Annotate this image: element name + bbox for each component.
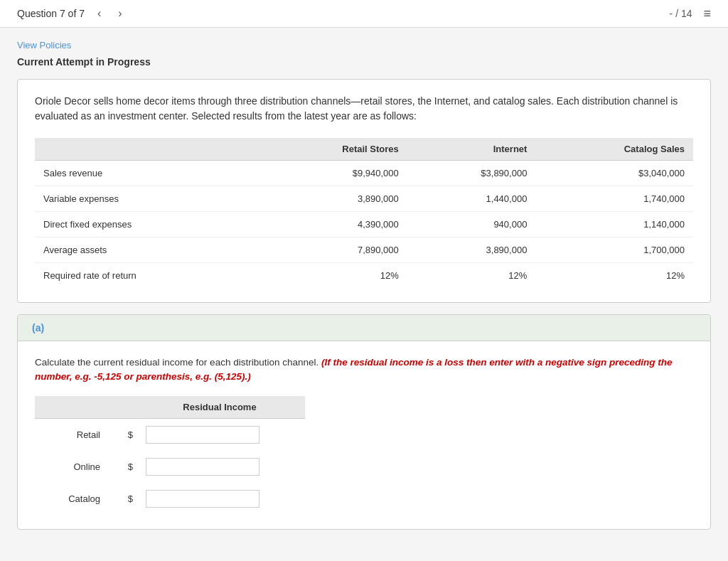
prev-button[interactable]: ‹ [93,6,105,21]
residual-row: Catalog $ [35,483,305,515]
row-retail: 12% [258,263,407,289]
page-count: - / 14 [670,8,692,19]
instruction-plain: Calculate the current residual income fo… [35,357,318,368]
residual-col-header [106,396,134,419]
header-left: Question 7 of 7 ‹ › [17,6,127,21]
page-content: View Policies Current Attempt in Progres… [0,28,728,552]
row-catalog: 1,740,000 [535,186,693,212]
data-table: Retail Stores Internet Catalog Sales Sal… [35,138,693,288]
residual-row: Online $ [35,451,305,483]
table-row: Variable expenses 3,890,000 1,440,000 1,… [35,186,693,212]
view-policies-link[interactable]: View Policies [17,40,71,50]
row-retail: 4,390,000 [258,212,407,237]
col-header-retail: Retail Stores [258,138,407,161]
row-internet: 3,890,000 [407,237,536,263]
section-a-box: (a) Calculate the current residual incom… [17,314,711,530]
current-attempt-label: Current Attempt in Progress [17,56,711,68]
residual-input[interactable] [146,490,259,508]
menu-icon[interactable]: ≡ [703,6,711,21]
residual-input-cell [134,418,305,451]
row-internet: 940,000 [407,212,536,237]
row-catalog: $3,040,000 [535,161,693,186]
residual-col-label [35,396,106,419]
row-retail: 7,890,000 [258,237,407,263]
row-label: Direct fixed expenses [35,212,258,237]
section-a-label: (a) [32,322,44,333]
row-catalog: 12% [535,263,693,289]
row-label: Sales revenue [35,161,258,186]
row-internet: $3,890,000 [407,161,536,186]
row-internet: 1,440,000 [407,186,536,212]
residual-input[interactable] [146,458,259,476]
page-header: Question 7 of 7 ‹ › - / 14 ≡ [0,0,728,28]
residual-row-label: Catalog [35,483,106,515]
section-a-body: Calculate the current residual income fo… [18,341,710,529]
table-row: Direct fixed expenses 4,390,000 940,000 … [35,212,693,237]
row-label: Required rate of return [35,263,258,289]
col-header-catalog: Catalog Sales [535,138,693,161]
residual-input[interactable] [146,426,259,444]
residual-row: Retail $ [35,418,305,451]
col-header-label [35,138,258,161]
row-catalog: 1,700,000 [535,237,693,263]
residual-row-label: Online [35,451,106,483]
row-retail: $9,940,000 [258,161,407,186]
row-label: Variable expenses [35,186,258,212]
col-header-internet: Internet [407,138,536,161]
residual-dollar-sign: $ [106,451,134,483]
residual-table: Residual Income Retail $ Online $ Catalo… [35,396,305,515]
question-box: Oriole Decor sells home decor items thro… [17,79,711,303]
residual-dollar-sign: $ [106,483,134,515]
residual-header-row: Residual Income [35,396,305,419]
row-catalog: 1,140,000 [535,212,693,237]
table-row: Sales revenue $9,940,000 $3,890,000 $3,0… [35,161,693,186]
section-a-header: (a) [18,315,710,341]
question-label: Question 7 of 7 [17,8,85,19]
table-row: Average assets 7,890,000 3,890,000 1,700… [35,237,693,263]
residual-dollar-sign: $ [106,418,134,451]
residual-input-cell [134,451,305,483]
table-row: Required rate of return 12% 12% 12% [35,263,693,289]
header-right: - / 14 ≡ [670,6,711,21]
table-header-row: Retail Stores Internet Catalog Sales [35,138,693,161]
row-internet: 12% [407,263,536,289]
question-text: Oriole Decor sells home decor items thro… [35,94,693,124]
row-label: Average assets [35,237,258,263]
instruction-text: Calculate the current residual income fo… [35,356,693,385]
residual-row-label: Retail [35,418,106,451]
residual-input-cell [134,483,305,515]
next-button[interactable]: › [114,6,126,21]
residual-col-input: Residual Income [134,396,305,419]
row-retail: 3,890,000 [258,186,407,212]
